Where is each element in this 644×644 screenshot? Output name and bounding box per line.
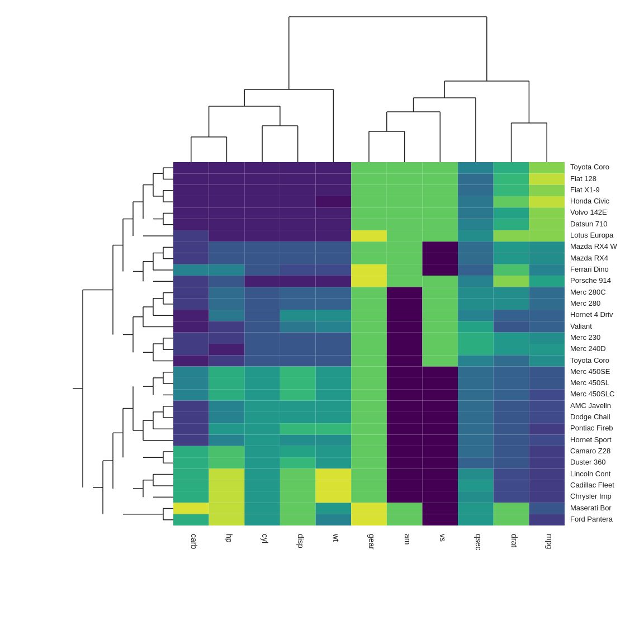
main-container xyxy=(0,0,644,644)
heatmap-canvas xyxy=(0,0,644,644)
